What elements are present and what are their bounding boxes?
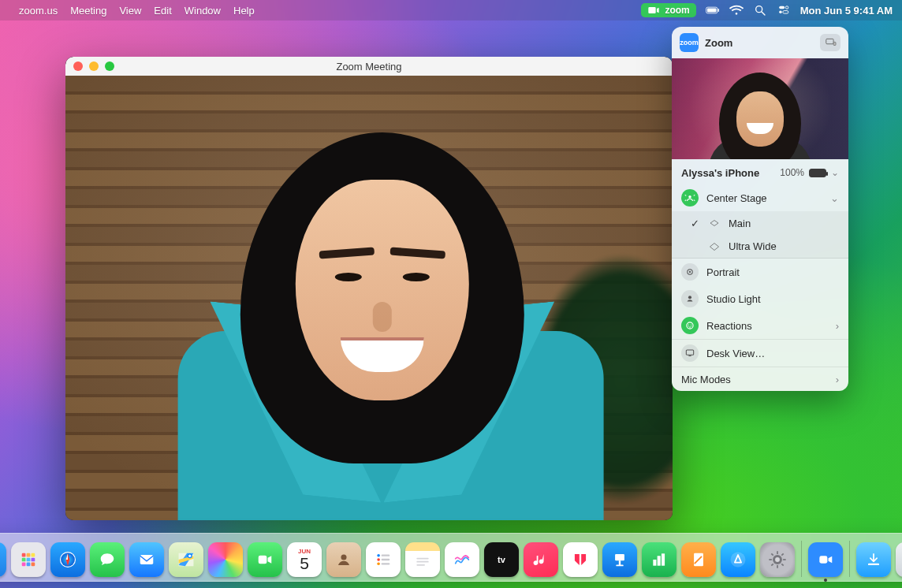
svg-rect-38 bbox=[259, 556, 267, 564]
svg-point-14 bbox=[688, 296, 691, 299]
dock-running-indicator bbox=[824, 579, 827, 582]
camera-device-name: Alyssa's iPhone bbox=[681, 167, 759, 179]
portrait-label: Portrait bbox=[706, 266, 740, 278]
svg-rect-27 bbox=[27, 558, 31, 562]
svg-line-4 bbox=[762, 12, 765, 15]
menubar-datetime[interactable]: Mon Jun 5 9:41 AM bbox=[800, 5, 893, 17]
dock-app-freeform[interactable] bbox=[445, 542, 479, 577]
dock-app-news[interactable] bbox=[563, 542, 598, 577]
dock-trash[interactable] bbox=[896, 542, 902, 577]
menubar-item-edit[interactable]: Edit bbox=[154, 5, 171, 17]
dock-separator bbox=[801, 541, 802, 577]
svg-rect-29 bbox=[22, 563, 26, 567]
dock-app-tv[interactable]: tv bbox=[484, 542, 519, 577]
studio-light-label: Studio Light bbox=[706, 293, 761, 305]
desk-view-icon bbox=[681, 344, 699, 362]
svg-point-40 bbox=[377, 554, 380, 557]
svg-point-6 bbox=[785, 6, 788, 9]
svg-rect-28 bbox=[32, 558, 35, 562]
dock-app-contacts[interactable] bbox=[326, 542, 361, 577]
self-view-thumbnail[interactable] bbox=[672, 58, 848, 159]
studio-light-row[interactable]: Studio Light bbox=[672, 285, 848, 312]
dock-app-finder[interactable] bbox=[0, 542, 6, 577]
center-stage-row[interactable]: Center Stage ⌄ bbox=[672, 184, 848, 211]
dock-app-safari[interactable] bbox=[50, 542, 85, 577]
svg-rect-1 bbox=[707, 8, 717, 12]
dock-app-app-store[interactable] bbox=[721, 542, 755, 577]
menubar-spotlight-icon[interactable] bbox=[753, 3, 767, 17]
lens-icon bbox=[708, 218, 721, 228]
svg-rect-52 bbox=[653, 560, 656, 566]
dock-app-numbers[interactable] bbox=[642, 542, 676, 577]
menubar-wifi-icon[interactable] bbox=[729, 3, 744, 17]
svg-rect-51 bbox=[616, 565, 623, 567]
dock-app-music[interactable] bbox=[524, 542, 558, 577]
svg-rect-30 bbox=[27, 563, 31, 567]
svg-rect-10 bbox=[833, 42, 836, 45]
dock-app-facetime[interactable] bbox=[248, 542, 282, 577]
dock-app-launchpad[interactable] bbox=[11, 542, 46, 577]
dock-app-messages[interactable] bbox=[90, 542, 125, 577]
menubar-item-view[interactable]: View bbox=[119, 5, 141, 17]
svg-rect-2 bbox=[718, 9, 718, 12]
menubar-item-help[interactable]: Help bbox=[233, 5, 255, 17]
dock-app-pages[interactable] bbox=[681, 542, 716, 577]
chevron-down-icon: ⌄ bbox=[830, 192, 839, 204]
desk-view-row[interactable]: Desk View… bbox=[672, 340, 848, 367]
menubar-item-meeting[interactable]: Meeting bbox=[70, 5, 106, 17]
window-titlebar[interactable]: Zoom Meeting bbox=[65, 57, 673, 76]
lens-ultrawide-label: Ultra Wide bbox=[729, 240, 777, 252]
svg-rect-36 bbox=[140, 555, 154, 564]
panel-header: zoom Zoom bbox=[672, 27, 848, 58]
battery-icon bbox=[809, 169, 826, 177]
svg-rect-41 bbox=[382, 555, 390, 556]
lens-icon bbox=[708, 242, 721, 251]
portrait-row[interactable]: Portrait bbox=[672, 259, 848, 285]
reactions-icon bbox=[681, 317, 699, 334]
dock-app-reminders[interactable] bbox=[366, 542, 401, 577]
svg-rect-46 bbox=[416, 558, 428, 560]
menubar-app-name[interactable]: zoom.us bbox=[19, 5, 58, 17]
svg-rect-24 bbox=[27, 553, 31, 557]
dock-stack-downloads[interactable] bbox=[856, 542, 891, 577]
svg-rect-7 bbox=[783, 11, 788, 13]
check-icon: ✓ bbox=[689, 218, 700, 229]
menubar-battery-icon[interactable] bbox=[706, 3, 720, 17]
zoom-meeting-window: Zoom Meeting bbox=[65, 57, 673, 520]
svg-line-64 bbox=[781, 564, 783, 565]
mic-modes-row[interactable]: Mic Modes › bbox=[672, 367, 848, 391]
panel-expand-button[interactable] bbox=[820, 34, 840, 51]
dock-app-maps[interactable] bbox=[169, 542, 203, 577]
svg-point-39 bbox=[341, 555, 346, 560]
reactions-row[interactable]: Reactions › bbox=[672, 312, 848, 340]
menubar-item-window[interactable]: Window bbox=[184, 5, 221, 17]
zoom-app-icon: zoom bbox=[680, 33, 699, 52]
menubar-recording-pill[interactable]: zoom bbox=[641, 3, 695, 17]
svg-point-3 bbox=[755, 6, 762, 13]
desk-view-label: Desk View… bbox=[706, 348, 765, 359]
lens-ultrawide-row[interactable]: Ultra Wide bbox=[672, 235, 848, 259]
dock-app-photos[interactable] bbox=[208, 542, 243, 577]
menubar-control-center-icon[interactable] bbox=[777, 3, 791, 17]
svg-point-58 bbox=[775, 557, 780, 562]
chevron-right-icon: › bbox=[836, 320, 839, 332]
svg-rect-18 bbox=[686, 350, 693, 355]
chevron-right-icon: › bbox=[836, 374, 839, 385]
dock-app-mail[interactable] bbox=[129, 542, 164, 577]
video-icon bbox=[647, 4, 660, 17]
dock-app-notes[interactable] bbox=[405, 542, 440, 577]
dock-app-keynote[interactable] bbox=[602, 542, 637, 577]
center-stage-icon bbox=[681, 189, 699, 207]
dock-app-system-settings[interactable] bbox=[760, 542, 795, 577]
main-speaker-person bbox=[162, 95, 603, 520]
svg-point-11 bbox=[688, 195, 691, 199]
camera-device-row[interactable]: Alyssa's iPhone 100% ⌄ bbox=[672, 161, 848, 184]
lens-main-row[interactable]: ✓ Main bbox=[672, 211, 848, 235]
svg-rect-5 bbox=[779, 6, 785, 9]
dock-app-calendar[interactable]: JUN5 bbox=[287, 542, 322, 577]
svg-point-8 bbox=[779, 11, 782, 13]
dock-app-zoom[interactable] bbox=[808, 542, 843, 577]
svg-rect-48 bbox=[416, 564, 425, 566]
svg-point-16 bbox=[688, 325, 689, 326]
svg-rect-50 bbox=[619, 560, 621, 565]
